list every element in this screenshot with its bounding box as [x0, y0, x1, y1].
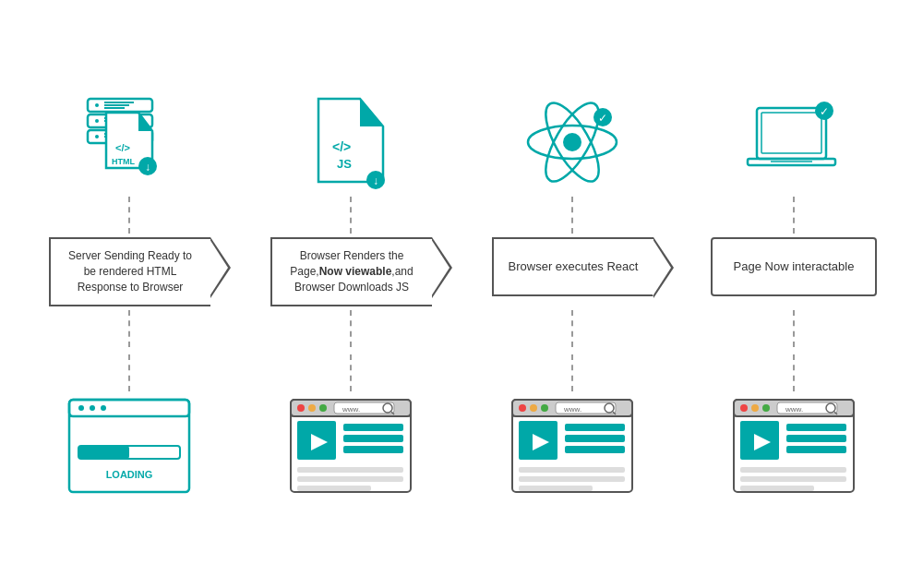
conn6	[249, 306, 452, 351]
html-server-icon: </> HTML ↓	[74, 91, 185, 193]
conn4	[692, 193, 895, 237]
col-js-file: </> JS ↓	[249, 91, 452, 193]
svg-text:HTML: HTML	[112, 157, 135, 166]
svg-rect-44	[78, 446, 129, 459]
svg-rect-99	[740, 486, 814, 491]
col-laptop: ✓	[692, 91, 895, 193]
svg-rect-31	[757, 108, 826, 159]
svg-point-41	[90, 405, 95, 411]
svg-point-68	[530, 404, 537, 412]
svg-text:</>: </>	[115, 142, 130, 153]
laptop-icon: ✓	[738, 91, 849, 193]
process-col-4: Page Now interactable	[692, 237, 895, 306]
svg-text:↓: ↓	[373, 174, 378, 187]
svg-point-4	[95, 119, 99, 123]
col-browser-content-3: www.	[471, 395, 674, 497]
svg-point-86	[751, 404, 759, 412]
process-text-4: Page Now interactable	[734, 258, 855, 275]
process-box-2: Browser Renders the Page,Now viewable,an…	[270, 237, 432, 306]
svg-point-67	[519, 404, 526, 412]
react-atom-icon: ✓	[517, 91, 628, 193]
process-box-4: Page Now interactable	[711, 237, 877, 296]
svg-text:✓: ✓	[598, 112, 607, 125]
conn8	[692, 306, 895, 351]
process-text-1: Server Sending Ready to be rendered HTML…	[64, 248, 198, 294]
js-file-icon: </> JS ↓	[295, 91, 406, 193]
conn10	[249, 351, 452, 395]
process-box-3: Browser executes React	[492, 237, 653, 296]
col-browser-loading: LOADING	[28, 395, 231, 497]
svg-rect-63	[297, 486, 371, 491]
svg-rect-80	[519, 476, 625, 482]
svg-rect-78	[565, 446, 625, 453]
svg-point-50	[308, 404, 316, 412]
process-text-3: Browser executes React	[509, 258, 639, 275]
svg-rect-96	[786, 446, 846, 453]
svg-rect-98	[740, 476, 846, 482]
connectors-row-2	[18, 306, 905, 351]
process-box-1: Server Sending Ready to be rendered HTML…	[49, 237, 210, 306]
svg-rect-79	[519, 467, 625, 473]
svg-rect-94	[786, 424, 846, 431]
process-col-2: Browser Renders the Page,Now viewable,an…	[249, 237, 452, 306]
process-col-3: Browser executes React	[471, 237, 674, 306]
conn1	[28, 193, 231, 237]
svg-text:www.: www.	[785, 405, 803, 414]
svg-rect-60	[343, 446, 403, 453]
conn12	[692, 351, 895, 395]
svg-text:LOADING: LOADING	[106, 469, 153, 480]
svg-point-85	[740, 404, 748, 412]
svg-text:www.: www.	[563, 405, 581, 414]
browser-content-icon-3: www.	[508, 395, 637, 497]
connectors-row-1	[18, 193, 905, 237]
svg-rect-62	[297, 476, 403, 482]
conn3	[471, 193, 674, 237]
svg-rect-32	[761, 113, 821, 153]
svg-point-28	[563, 133, 581, 151]
svg-point-49	[297, 404, 305, 412]
conn5	[28, 306, 231, 351]
svg-point-3	[95, 103, 99, 107]
process-row: Server Sending Ready to be rendered HTML…	[18, 237, 905, 306]
browser-loading-icon: LOADING	[65, 395, 194, 497]
browser-content-icon-2: www.	[286, 395, 415, 497]
svg-rect-38	[69, 400, 189, 416]
conn7	[471, 306, 674, 351]
svg-rect-81	[519, 486, 593, 491]
bottom-icons-row: LOADING www.	[18, 395, 905, 497]
col-react-atom: ✓	[471, 91, 674, 193]
process-col-1: Server Sending Ready to be rendered HTML…	[28, 237, 231, 306]
svg-rect-61	[297, 467, 403, 473]
svg-text:↓: ↓	[145, 161, 150, 174]
icons-row: </> HTML ↓ </> JS ↓	[18, 91, 905, 193]
svg-rect-97	[740, 467, 846, 473]
svg-rect-58	[343, 424, 403, 431]
browser-content-icon-4: www.	[729, 395, 858, 497]
svg-text:JS: JS	[337, 157, 352, 171]
svg-rect-77	[565, 435, 625, 442]
svg-marker-20	[360, 99, 383, 126]
svg-rect-76	[565, 424, 625, 431]
svg-point-42	[101, 405, 106, 411]
conn9	[28, 351, 231, 395]
diagram: </> HTML ↓ </> JS ↓	[18, 91, 905, 496]
connectors-row-3	[18, 351, 905, 395]
svg-point-51	[319, 404, 327, 412]
svg-text:</>: </>	[332, 139, 351, 154]
conn11	[471, 351, 674, 395]
svg-text:✓: ✓	[820, 105, 829, 118]
svg-text:www.: www.	[342, 405, 360, 414]
col-html-server: </> HTML ↓	[28, 91, 231, 193]
col-browser-content-2: www.	[249, 395, 452, 497]
conn2	[249, 193, 452, 237]
svg-rect-95	[786, 435, 846, 442]
svg-point-5	[95, 135, 99, 138]
svg-point-40	[78, 405, 84, 411]
process-text-2: Browser Renders the Page,Now viewable,an…	[285, 248, 419, 294]
svg-point-87	[762, 404, 770, 412]
svg-point-69	[541, 404, 548, 412]
col-browser-content-4: www.	[692, 395, 895, 497]
svg-rect-59	[343, 435, 403, 442]
